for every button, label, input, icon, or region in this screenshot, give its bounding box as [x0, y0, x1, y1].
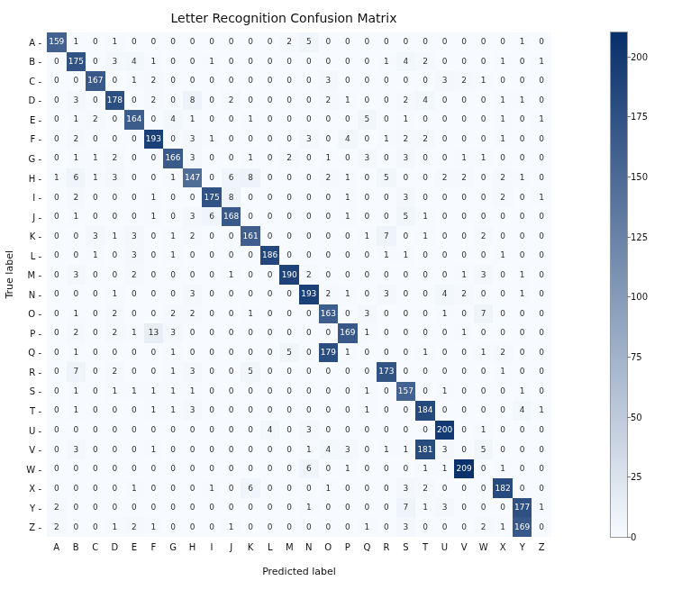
- heatmap-cell: 0: [396, 226, 416, 246]
- heatmap-cell: 0: [319, 382, 339, 402]
- heatmap-cell: 193: [299, 285, 319, 304]
- heatmap-cell: 0: [338, 32, 358, 52]
- heatmap-cell: 0: [279, 285, 299, 304]
- heatmap-cell: 0: [222, 440, 241, 459]
- heatmap-cell: 0: [513, 343, 532, 363]
- heatmap-cell: 0: [377, 498, 396, 518]
- heatmap-cell: 0: [319, 52, 339, 72]
- heatmap-cell: 0: [435, 343, 455, 363]
- heatmap-cell: 0: [124, 91, 144, 111]
- heatmap-cell: 0: [124, 459, 144, 479]
- heatmap-cell: 0: [222, 226, 241, 246]
- heatmap-cell: 0: [86, 362, 105, 382]
- heatmap-cell: 0: [144, 149, 164, 168]
- heatmap-cell: 0: [67, 517, 86, 537]
- heatmap-cell: 3: [299, 421, 319, 440]
- heatmap-cell: 0: [358, 478, 377, 498]
- heatmap-cell: 0: [435, 478, 455, 498]
- heatmap-cell: 1: [532, 110, 551, 130]
- heatmap-cell: 5: [241, 362, 260, 382]
- heatmap-cell: 2: [47, 517, 67, 537]
- x-tick: C: [92, 542, 98, 552]
- heatmap-cell: 0: [202, 246, 222, 266]
- heatmap-cell: 1: [474, 343, 494, 363]
- y-tick: A -: [0, 37, 41, 47]
- heatmap-cell: 2: [299, 265, 319, 285]
- heatmap-cell: 0: [202, 401, 222, 421]
- heatmap-cell: 1: [67, 343, 86, 363]
- heatmap-cell: 0: [319, 401, 339, 421]
- heatmap-cell: 2: [105, 362, 125, 382]
- heatmap-cell: 0: [260, 91, 280, 111]
- heatmap-cell: 1: [415, 207, 435, 227]
- heatmap-cell: 3: [183, 207, 203, 227]
- heatmap-cell: 1: [377, 440, 396, 459]
- heatmap-cell: 0: [279, 130, 299, 150]
- heatmap-cell: 0: [532, 130, 551, 150]
- heatmap-cell: 0: [435, 91, 455, 111]
- heatmap-cell: 1: [144, 52, 164, 72]
- heatmap-cell: 0: [435, 207, 455, 227]
- heatmap-cell: 0: [163, 71, 183, 91]
- heatmap-cell: 0: [474, 401, 494, 421]
- heatmap-cell: 0: [532, 285, 551, 304]
- heatmap-cell: 0: [202, 265, 222, 285]
- heatmap-cell: 0: [532, 91, 551, 111]
- heatmap-cell: 0: [377, 517, 396, 537]
- y-tick: I -: [0, 193, 41, 203]
- heatmap-cell: 2: [435, 168, 455, 188]
- heatmap-cell: 0: [513, 246, 532, 266]
- y-tick: P -: [0, 328, 41, 338]
- heatmap-cell: 0: [493, 207, 513, 227]
- heatmap-cell: 0: [532, 421, 551, 440]
- heatmap-cell: 0: [183, 323, 203, 343]
- heatmap-cell: 0: [279, 498, 299, 518]
- heatmap-cell: 1: [202, 478, 222, 498]
- heatmap-cell: 0: [202, 421, 222, 440]
- heatmap-cell: 0: [47, 401, 67, 421]
- y-tick: V -: [0, 445, 41, 455]
- heatmap-cell: 0: [435, 246, 455, 266]
- heatmap-cell: 0: [377, 323, 396, 343]
- heatmap-cell: 0: [415, 187, 435, 207]
- heatmap-cell: 0: [124, 362, 144, 382]
- heatmap-cell: 1: [241, 149, 260, 168]
- y-tick: E -: [0, 114, 41, 124]
- heatmap-cell: 0: [454, 91, 474, 111]
- heatmap-cell: 0: [47, 382, 67, 402]
- heatmap-cell: 0: [241, 343, 260, 363]
- heatmap-cell: 0: [493, 498, 513, 518]
- heatmap-cell: 0: [105, 71, 125, 91]
- heatmap-cell: 0: [454, 110, 474, 130]
- heatmap-cell: 0: [513, 71, 532, 91]
- heatmap-cell: 1: [222, 265, 241, 285]
- heatmap-cell: 0: [86, 440, 105, 459]
- heatmap-cell: 2: [493, 187, 513, 207]
- heatmap-cell: 3: [377, 285, 396, 304]
- colorbar-tick-mark: [627, 357, 631, 358]
- heatmap-cell: 0: [513, 130, 532, 150]
- heatmap-cell: 0: [299, 149, 319, 168]
- heatmap-cell: 0: [377, 401, 396, 421]
- heatmap-cell: 2: [163, 304, 183, 324]
- y-tick: N -: [0, 289, 41, 299]
- x-tick: V: [461, 542, 468, 552]
- heatmap-cell: 1: [67, 149, 86, 168]
- heatmap-cell: 0: [67, 226, 86, 246]
- heatmap-cell: 0: [124, 168, 144, 188]
- heatmap-cell: 0: [144, 362, 164, 382]
- heatmap-cell: 0: [513, 187, 532, 207]
- heatmap-cell: 0: [260, 52, 280, 72]
- heatmap-cell: 0: [396, 323, 416, 343]
- heatmap-cell: 0: [474, 478, 494, 498]
- heatmap-cell: 0: [222, 401, 241, 421]
- heatmap-cell: 0: [202, 91, 222, 111]
- heatmap-cell: 0: [532, 362, 551, 382]
- heatmap-cell: 0: [105, 110, 125, 130]
- heatmap-cell: 1: [493, 459, 513, 479]
- heatmap-cell: 0: [105, 401, 125, 421]
- heatmap-cell: 0: [299, 187, 319, 207]
- heatmap-cell: 0: [124, 343, 144, 363]
- heatmap-cell: 186: [260, 246, 280, 266]
- heatmap-cell: 0: [163, 91, 183, 111]
